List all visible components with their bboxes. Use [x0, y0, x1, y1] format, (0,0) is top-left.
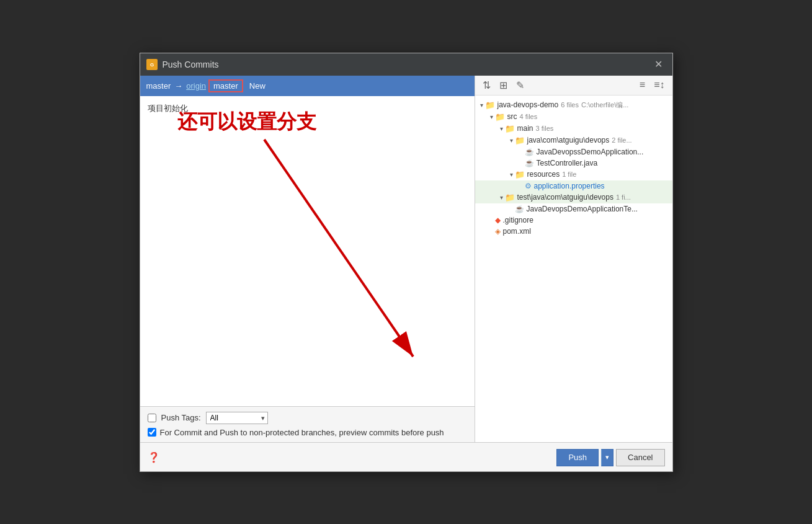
chevron-down-icon: ▾: [510, 137, 513, 144]
to-branch-box[interactable]: master: [208, 79, 243, 92]
commit-checkbox-row: For Commit and Push to non-protected bra…: [148, 428, 467, 437]
java-file-icon: ☕: [515, 205, 524, 213]
push-button[interactable]: Push: [556, 449, 599, 466]
src-name: src: [507, 112, 517, 121]
push-tags-checkbox[interactable]: [148, 414, 156, 422]
xml-file-icon: ◈: [495, 227, 501, 236]
branch-header: master → origin master New: [140, 76, 475, 96]
tags-select[interactable]: All: [206, 412, 268, 424]
test-app-name: JavaDevopsDemoApplicationTe...: [527, 205, 638, 213]
action-row: ❓ Push ▾ Cancel: [140, 442, 672, 471]
right-toolbar: ⇅ ⊞ ✎ ≡ ≡↕: [475, 76, 672, 95]
git-file-icon: ◆: [495, 216, 501, 224]
sort-alt-icon[interactable]: ≡↕: [651, 78, 667, 92]
close-button[interactable]: ✕: [651, 57, 666, 71]
app-icon: G: [146, 59, 158, 70]
root-path: C:\otherfile\编...: [581, 100, 628, 110]
svg-line-3: [264, 140, 413, 357]
folder-icon: 📁: [505, 193, 515, 202]
src-meta: 4 files: [520, 113, 538, 120]
new-label: New: [249, 81, 265, 91]
tree-resources[interactable]: ▾ 📁 resources 1 file: [475, 169, 672, 180]
tree-src[interactable]: ▾ 📁 src 4 files: [475, 111, 672, 123]
toolbar-icons-left: ⇅ ⊞ ✎: [480, 78, 527, 92]
tags-select-wrapper[interactable]: All: [206, 412, 268, 424]
from-branch-label: master: [146, 81, 171, 91]
push-tags-label: Push Tags:: [161, 413, 201, 422]
sync-icon[interactable]: ⇅: [480, 78, 493, 92]
root-name: java-devops-demo: [497, 100, 559, 109]
folder-icon: 📁: [505, 124, 515, 133]
java-file-icon: ☕: [525, 159, 534, 167]
tree-pom[interactable]: ▾ ◈ pom.xml: [475, 226, 672, 237]
cancel-button[interactable]: Cancel: [616, 449, 664, 466]
java-pkg-name: java\com\atguigu\devops: [527, 136, 610, 144]
tree-app-props[interactable]: ▾ ⚙ application.properties: [475, 180, 672, 192]
preview-commits-label: For Commit and Push to non-protected bra…: [160, 428, 444, 437]
titlebar: G Push Commits ✕: [140, 53, 672, 76]
push-panel: master → origin master New 项目初始化 还可以设置分支: [140, 76, 475, 442]
tree-test-ctrl[interactable]: ▾ ☕ TestController.java: [475, 158, 672, 169]
grid-icon[interactable]: ⊞: [497, 78, 510, 92]
chevron-down-icon: ▾: [500, 194, 503, 201]
chevron-down-icon: ▾: [510, 171, 513, 178]
commit-area: 项目初始化 还可以设置分支: [140, 96, 475, 406]
main-split: master → origin master New 项目初始化 还可以设置分支: [140, 76, 672, 442]
help-button[interactable]: ❓: [148, 451, 160, 463]
gitignore-name: .gitignore: [503, 216, 533, 224]
tree-java-app[interactable]: ▾ ☕ JavaDevopssDemoApplication...: [475, 146, 672, 158]
file-tree: ▾ 📁 java-devops-demo 6 files C:\otherfil…: [475, 95, 672, 442]
bottom-bar: Push Tags: All For Commit and Push to no…: [140, 406, 475, 442]
edit-icon[interactable]: ✎: [514, 78, 527, 92]
dialog-title: Push Commits: [163, 60, 219, 69]
pom-name: pom.xml: [503, 227, 531, 236]
tree-test-pkg[interactable]: ▾ 📁 test\java\com\atguigu\devops 1 fi...: [475, 192, 672, 203]
push-commits-dialog: G Push Commits ✕ master → origin master …: [140, 53, 673, 472]
resources-meta: 1 file: [562, 171, 576, 178]
titlebar-left: G Push Commits: [146, 59, 219, 70]
test-pkg-name: test\java\com\atguigu\devops: [517, 193, 613, 202]
tree-gitignore[interactable]: ▾ ◆ .gitignore: [475, 215, 672, 226]
commit-item: 项目初始化: [148, 101, 467, 116]
right-panel: ⇅ ⊞ ✎ ≡ ≡↕ ▾ 📁 java-devops-demo 6 files …: [475, 76, 672, 442]
root-meta: 6 files: [561, 101, 579, 109]
branch-arrow: →: [174, 81, 182, 91]
folder-icon: 📁: [495, 112, 505, 122]
toolbar-icons-right: ≡ ≡↕: [637, 78, 667, 92]
java-pkg-meta: 2 file...: [612, 136, 631, 144]
tree-test-app[interactable]: ▾ ☕ JavaDevopsDemoApplicationTe...: [475, 203, 672, 215]
push-tags-row: Push Tags: All: [148, 412, 467, 424]
push-dropdown-button[interactable]: ▾: [601, 449, 613, 466]
tree-main[interactable]: ▾ 📁 main 3 files: [475, 123, 672, 135]
annotation-arrow: [140, 96, 469, 400]
java-file-icon: ☕: [525, 148, 534, 156]
svg-text:G: G: [149, 62, 153, 68]
chevron-down-icon: ▾: [480, 102, 483, 109]
chevron-down-icon: ▾: [500, 125, 503, 132]
preview-commits-checkbox[interactable]: [148, 428, 156, 437]
java-app-name: JavaDevopssDemoApplication...: [537, 148, 644, 156]
folder-icon: 📁: [515, 136, 525, 145]
chevron-down-icon: ▾: [490, 113, 493, 120]
tree-root[interactable]: ▾ 📁 java-devops-demo 6 files C:\otherfil…: [475, 99, 672, 111]
remote-link[interactable]: origin: [186, 81, 206, 91]
folder-icon: 📁: [485, 100, 495, 110]
tree-java-pkg[interactable]: ▾ 📁 java\com\atguigu\devops 2 file...: [475, 135, 672, 146]
app-props-name: application.properties: [534, 182, 605, 190]
resources-name: resources: [527, 170, 560, 179]
main-meta: 3 files: [536, 125, 554, 132]
props-file-icon: ⚙: [525, 182, 532, 190]
test-pkg-meta: 1 fi...: [616, 193, 631, 201]
test-ctrl-name: TestController.java: [537, 159, 598, 167]
folder-icon: 📁: [515, 170, 525, 179]
sort-icon[interactable]: ≡: [637, 78, 648, 92]
main-name: main: [517, 124, 533, 133]
